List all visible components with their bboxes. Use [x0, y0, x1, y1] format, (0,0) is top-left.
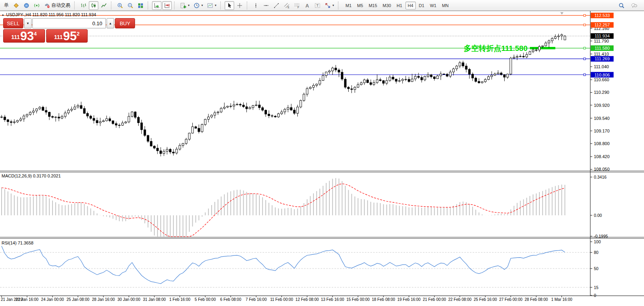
text-button[interactable]: A	[302, 1, 312, 10]
vertical-line-button[interactable]	[251, 1, 261, 10]
crosshair-button[interactable]	[235, 1, 244, 10]
sell-price-prefix: 111	[11, 34, 20, 40]
svg-text:109.540: 109.540	[594, 116, 610, 121]
timeframe-m30[interactable]: M30	[380, 2, 393, 9]
search-button[interactable]	[617, 1, 626, 10]
dropdown-caret-icon: ▾	[215, 4, 216, 7]
bar-chart-button[interactable]	[79, 1, 88, 10]
svg-text:110.290: 110.290	[594, 90, 609, 95]
charts-button[interactable]	[11, 1, 21, 10]
timeframe-mn[interactable]: MN	[439, 2, 451, 9]
timeframe-m15[interactable]: M15	[366, 2, 379, 9]
svg-text:80: 80	[594, 250, 599, 255]
timeframe-m5[interactable]: M5	[355, 2, 365, 9]
svg-text:7 Feb 16:00: 7 Feb 16:00	[246, 297, 267, 302]
tile-windows-button[interactable]	[136, 1, 145, 10]
zoom-out-icon	[127, 2, 133, 9]
svg-text:31 Jan 08:00: 31 Jan 08:00	[143, 297, 166, 302]
arrows-button[interactable]: ▾	[323, 1, 336, 10]
line-chart-button[interactable]	[99, 1, 109, 10]
svg-text:22 Jan 16:00: 22 Jan 16:00	[16, 297, 39, 302]
svg-text:T: T	[316, 4, 319, 7]
svg-text:111.790: 111.790	[594, 39, 609, 43]
community-button[interactable]	[629, 1, 639, 10]
toolbar-separator	[148, 2, 150, 9]
fibonacci-button[interactable]: F	[292, 1, 302, 10]
mt4-terminal: { "colors": { "accent_red": "#d63a30", "…	[0, 0, 644, 306]
timeframe-m1[interactable]: M1	[343, 2, 354, 9]
market-button[interactable]	[22, 1, 31, 10]
svg-text:110.806: 110.806	[595, 73, 610, 77]
price-badge-111.269: 111.269	[591, 56, 614, 62]
timeframe-h1[interactable]: H1	[394, 2, 404, 9]
zoom-out-button[interactable]	[126, 1, 135, 10]
svg-text:111.410: 111.410	[594, 52, 609, 56]
line-handle[interactable]	[584, 58, 586, 60]
volume-decrease-button[interactable]: ▼	[24, 18, 32, 28]
one-click-trading-panel: SELL ▼ ▲ BUY 111 93 4 111 95 2	[3, 18, 88, 43]
macd-label: MACD(12,26,9) 0.3170 0.2021	[2, 174, 61, 178]
svg-text:13 Feb 16:00: 13 Feb 16:00	[321, 297, 344, 302]
bid-price-badge: 111.934	[591, 33, 614, 39]
sell-button[interactable]: SELL	[3, 18, 23, 28]
svg-text:1 Mar 16:00: 1 Mar 16:00	[551, 297, 573, 302]
svg-text:112.257: 112.257	[595, 22, 610, 27]
svg-text:30 Jan 00:00: 30 Jan 00:00	[117, 297, 140, 302]
pivot-annotation-text[interactable]: 多空转折点111.580	[464, 44, 528, 52]
timeframe-h4[interactable]: H4	[406, 2, 416, 9]
chart-shift-button[interactable]	[162, 1, 172, 10]
svg-text:24 Jan 00:00: 24 Jan 00:00	[41, 297, 64, 302]
svg-text:22 Feb 08:00: 22 Feb 08:00	[448, 297, 471, 302]
svg-text:27 Feb 00:00: 27 Feb 00:00	[499, 297, 522, 302]
periods-button[interactable]: ▾	[192, 1, 205, 10]
svg-text:111.269: 111.269	[595, 56, 610, 61]
clock-icon	[193, 2, 200, 9]
volume-input[interactable]	[32, 18, 106, 28]
buy-price-button[interactable]: 111 95 2	[46, 29, 88, 43]
autotrading-button-label: 自动交易	[51, 2, 70, 9]
svg-text:0: 0	[594, 293, 596, 298]
chart-shift-icon	[164, 2, 170, 9]
timeframe-w1[interactable]: W1	[428, 2, 439, 9]
new-order-button[interactable]: 单	[2, 1, 11, 10]
candle-chart-button[interactable]	[89, 1, 98, 10]
toolbar-right-group	[617, 1, 642, 10]
candle-chart-icon	[90, 2, 97, 9]
toolbar-separator	[111, 2, 113, 9]
window-marker-icon: ▴	[2, 13, 4, 17]
chart-title-text: USDJPY-,H4 111.820 111.956 111.820 111.9…	[6, 12, 96, 17]
trendline-button[interactable]	[272, 1, 281, 10]
buy-button[interactable]: BUY	[115, 18, 135, 28]
horizontal-line-button[interactable]	[261, 1, 271, 10]
svg-text:108.800: 108.800	[594, 141, 610, 146]
svg-text:15 Feb 00:00: 15 Feb 00:00	[346, 297, 370, 302]
line-handle[interactable]	[584, 47, 586, 49]
svg-text:25 Jan 08:00: 25 Jan 08:00	[66, 297, 89, 302]
hline-icon	[263, 2, 269, 9]
chart-plot-area[interactable]	[0, 11, 644, 306]
svg-text:21 Feb 00:00: 21 Feb 00:00	[423, 297, 446, 302]
volume-increase-button[interactable]: ▲	[107, 18, 114, 28]
buy-price-big: 95	[63, 30, 77, 42]
toolbar-separator	[338, 2, 340, 9]
line-handle[interactable]	[584, 15, 586, 17]
toolbar-separator	[174, 2, 176, 9]
line-handle[interactable]	[584, 74, 586, 76]
autotrading-button[interactable]: 自动交易	[42, 1, 72, 10]
templates-button[interactable]: ▾	[205, 1, 218, 10]
chart-window: 多空转折点111.580112.160111.790111.410111.040…	[0, 0, 644, 306]
auto-scroll-button[interactable]	[152, 1, 161, 10]
zoom-in-button[interactable]	[115, 1, 125, 10]
cursor-button[interactable]	[225, 1, 234, 10]
indicators-icon	[180, 2, 186, 9]
text-label-button[interactable]: T	[313, 1, 322, 10]
line-handle[interactable]	[584, 24, 586, 26]
indicators-button[interactable]: ▾	[178, 1, 191, 10]
sell-price-button[interactable]: 111 93 4	[3, 29, 45, 43]
channel-icon: E	[284, 2, 290, 9]
price-badge-110.806: 110.806	[591, 72, 614, 78]
timeframe-d1[interactable]: D1	[417, 2, 427, 9]
trendline-icon	[273, 2, 280, 9]
channel-button[interactable]: E	[282, 1, 291, 10]
signals-button[interactable]	[32, 1, 41, 10]
